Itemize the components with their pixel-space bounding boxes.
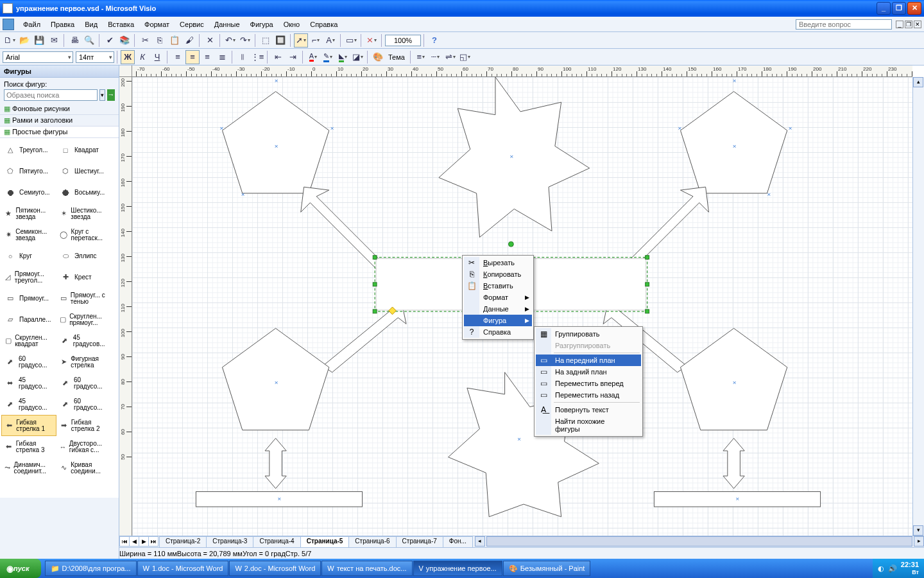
context-menu-item[interactable]: ⎘Копировать xyxy=(464,268,532,280)
shape-master[interactable]: ∿Кривая соедини... xyxy=(56,457,112,478)
mdi-max[interactable]: ❐ xyxy=(905,21,912,28)
start-button[interactable]: пуск xyxy=(0,559,41,578)
page-prev-button[interactable]: ◀ xyxy=(129,536,139,547)
menu-window[interactable]: Окно xyxy=(278,19,305,30)
page-tab[interactable]: Страница-5 xyxy=(300,536,350,547)
shape-master[interactable]: ✚Крест xyxy=(56,267,112,288)
print-preview-button[interactable]: 🔍 xyxy=(82,33,96,48)
theme-icon[interactable]: 🎨 xyxy=(371,50,385,64)
format-painter-button[interactable]: 🖌 xyxy=(182,33,196,48)
maximize-button[interactable]: ❐ xyxy=(892,2,906,15)
stencil-basic-shapes[interactable]: Простые фигуры xyxy=(0,127,119,138)
stencil-backgrounds[interactable]: Фоновые рисунки xyxy=(0,103,119,115)
shape-master[interactable]: ⬈60 градусо... xyxy=(1,351,56,372)
pointer-tool-button[interactable]: ➚ xyxy=(294,33,308,48)
shape-master[interactable]: ⬭Эллипс xyxy=(56,245,112,267)
mdi-close[interactable]: ✕ xyxy=(914,21,921,28)
page-tab[interactable]: Страница-4 xyxy=(253,536,300,547)
shape-master[interactable]: ✷Семикон... звезда xyxy=(1,224,56,245)
shape-pentagon-top-left[interactable]: × ××××× xyxy=(220,77,334,198)
page-tab[interactable]: Фон... xyxy=(443,536,473,547)
shape-master[interactable]: △Треугол... xyxy=(1,139,56,161)
decrease-indent-button[interactable]: ⇤ xyxy=(271,50,285,64)
shape-master[interactable]: ⬈45 градусо... xyxy=(1,394,56,415)
context-menu-item[interactable]: ▭На передний план xyxy=(536,355,641,366)
system-tray[interactable]: ◐ 🔊 22:31Вт xyxy=(873,559,924,578)
shape-master[interactable]: ⬅Гибкая стрелка 1 xyxy=(1,415,56,436)
research-button[interactable]: 📚 xyxy=(117,33,132,48)
mdi-min[interactable]: _ xyxy=(896,21,903,28)
shadow-button[interactable]: ◪ xyxy=(350,50,364,64)
context-menu-item[interactable]: ▦Группировать xyxy=(536,328,641,340)
line-ends-button[interactable]: ⇌ xyxy=(443,50,458,64)
shape-master[interactable]: ⯃Семиуго... xyxy=(1,182,56,203)
context-menu-item[interactable]: ▭Переместить вперед xyxy=(536,378,641,389)
page-last-button[interactable]: ⏭ xyxy=(148,536,158,547)
help-button[interactable]: ? xyxy=(427,33,441,48)
shape-master[interactable]: ⬡Шестиуг... xyxy=(56,161,112,182)
fontsize-combo[interactable]: 14пт xyxy=(76,51,114,63)
bold-button[interactable]: Ж xyxy=(121,50,135,64)
shape-master[interactable]: ⯄Восьмиу... xyxy=(56,182,112,203)
minimize-button[interactable]: _ xyxy=(877,2,891,15)
menu-help[interactable]: Справка xyxy=(305,19,343,30)
menu-format[interactable]: Формат xyxy=(139,19,175,30)
increase-indent-button[interactable]: ⇥ xyxy=(286,50,300,64)
zoom-combo[interactable] xyxy=(385,35,421,46)
shape-pentagon-top-right[interactable]: × ××××× xyxy=(678,77,792,198)
print-button[interactable]: 🖶 xyxy=(67,33,81,48)
shape-master[interactable]: ↔Двусторо... гибкая с... xyxy=(56,436,112,457)
tray-icon[interactable]: 🔊 xyxy=(888,565,897,573)
shape-master[interactable]: ▭Прямоуг... xyxy=(1,288,56,309)
shape-master[interactable]: ★Пятикон... звезда xyxy=(1,203,56,224)
context-menu-item[interactable]: ▭На задний план xyxy=(536,366,641,378)
search-dropdown[interactable]: ▾ xyxy=(99,89,105,101)
underline-button[interactable]: Ч xyxy=(150,50,164,64)
copy-button[interactable]: ⎘ xyxy=(153,33,167,48)
context-menu[interactable]: ✂Вырезать⎘Копировать📋ВставитьФормат▶Данн… xyxy=(462,255,534,340)
justify-button[interactable]: ≣ xyxy=(215,50,229,64)
delete-button[interactable]: ✕ xyxy=(203,33,217,48)
shape-master[interactable]: ➤Фигурная стрелка xyxy=(56,351,112,372)
shape-master[interactable]: ⬈60 градусо... xyxy=(56,394,112,415)
undo-button[interactable]: ↶ xyxy=(223,33,237,48)
paste-button[interactable]: 📋 xyxy=(167,33,182,48)
font-color-button[interactable]: A xyxy=(306,50,320,64)
shape-master[interactable]: ➡Гибкая стрелка 2 xyxy=(56,415,112,436)
search-go-button[interactable]: → xyxy=(107,89,115,101)
line-weight-button[interactable]: ≡ xyxy=(414,50,428,64)
taskbar-app-button[interactable]: Wтекст на печать.doc... xyxy=(321,561,412,576)
pan-zoom-button[interactable]: 🔲 xyxy=(273,33,287,48)
taskbar-app-button[interactable]: W2.doc - Microsoft Word xyxy=(229,561,321,576)
align-left-button[interactable]: ≡ xyxy=(171,50,185,64)
taskbar-app-button[interactable]: 📁D:\2008\для програ... xyxy=(45,561,137,576)
shape-master[interactable]: ▢Скруглен... квадрат xyxy=(1,330,56,351)
page-tab[interactable]: Страница-6 xyxy=(348,536,396,547)
context-menu-item[interactable]: A͟Повернуть текст xyxy=(536,404,641,416)
distribute-button[interactable]: ⫴ xyxy=(235,50,250,64)
menu-shape[interactable]: Фигура xyxy=(245,19,278,30)
shape-search-input[interactable] xyxy=(4,89,98,101)
tray-icon[interactable]: ◐ xyxy=(878,565,884,573)
text-tool-button[interactable]: A xyxy=(323,33,338,48)
align-right-button[interactable]: ≡ xyxy=(200,50,214,64)
shape-master[interactable]: ▱Паралле... xyxy=(1,309,56,330)
scroll-down-button[interactable]: ▾ xyxy=(913,525,923,536)
stencil-borders[interactable]: Рамки и заголовки xyxy=(0,115,119,127)
shape-master[interactable]: ⬌45 градусо... xyxy=(1,372,56,394)
context-menu-item[interactable]: ▭Переместить назад xyxy=(536,389,641,401)
taskbar-app-button[interactable]: 🎨Безымянный - Paint xyxy=(503,561,591,576)
shapes-window-button[interactable]: ⬚ xyxy=(259,33,273,48)
page-next-button[interactable]: ▶ xyxy=(139,536,149,547)
scroll-up-button[interactable]: ▴ xyxy=(913,77,923,87)
shape-pentagon-bottom-left[interactable]: × xyxy=(222,328,329,430)
shape-master[interactable]: ⤳Динамич... соединит... xyxy=(1,457,56,478)
shape-updown-arrow-left[interactable] xyxy=(265,438,286,488)
context-menu-item[interactable]: Данные▶ xyxy=(464,303,532,315)
corner-rounding-button[interactable]: ◱ xyxy=(458,50,472,64)
vertical-scrollbar[interactable]: ▴ ▾ xyxy=(912,77,924,536)
menu-insert[interactable]: Вставка xyxy=(103,19,139,30)
fill-color-button[interactable]: ◣ xyxy=(336,50,350,64)
menu-view[interactable]: Вид xyxy=(80,19,103,30)
email-button[interactable]: ✉ xyxy=(47,33,61,48)
